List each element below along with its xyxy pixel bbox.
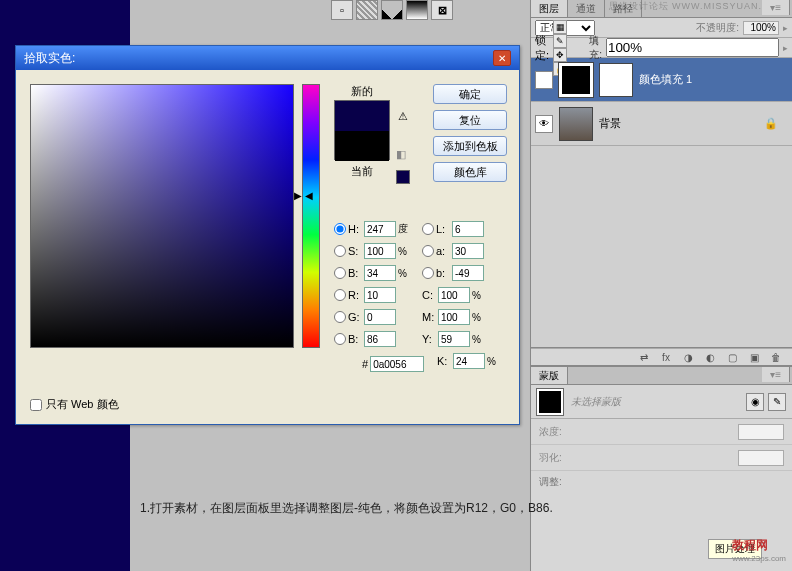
layer-list: 👁 颜色填充 1 👁 背景 🔒 (531, 58, 792, 348)
pixel-mask-icon[interactable]: ◉ (746, 393, 764, 411)
tutorial-caption: 1.打开素材，在图层面板里选择调整图层-纯色，将颜色设置为R12，G0，B86. (140, 500, 660, 517)
fill-input[interactable] (606, 38, 779, 57)
input-hex[interactable] (370, 356, 424, 372)
adjust-label: 调整: (539, 475, 562, 489)
radio-b[interactable] (334, 333, 346, 345)
chevron-icon[interactable]: ▸ (783, 43, 788, 53)
input-k[interactable] (453, 353, 485, 369)
radio-s[interactable] (334, 245, 346, 257)
preset-swatch[interactable]: ⊠ (431, 0, 453, 20)
label-a: a: (436, 245, 450, 257)
layer-name[interactable]: 背景 (599, 116, 621, 131)
input-y[interactable] (438, 331, 470, 347)
lock-position-icon[interactable]: ✥ (553, 48, 567, 62)
label-bb: B: (348, 267, 362, 279)
mask-thumb[interactable] (537, 389, 563, 415)
gradient-preset-row: ▫ ⊠ (331, 0, 511, 22)
label-c: C: (422, 289, 436, 301)
mask-placeholder: 未选择蒙版 (571, 395, 621, 409)
opacity-label: 不透明度: (696, 21, 739, 35)
mask-icon[interactable]: ◑ (680, 352, 696, 363)
dialog-titlebar[interactable]: 拾取实色: ✕ (16, 46, 519, 70)
chevron-icon[interactable]: ▸ (783, 23, 788, 33)
layer-thumb-mask[interactable] (599, 63, 633, 97)
hue-indicator: ▶ ◀ (294, 190, 313, 201)
preset-swatch[interactable]: ▫ (331, 0, 353, 20)
input-g[interactable] (364, 309, 396, 325)
lock-label: 锁定: (535, 33, 549, 63)
radio-bb[interactable] (334, 267, 346, 279)
adjustment-icon[interactable]: ◐ (702, 352, 718, 363)
preset-swatch[interactable] (381, 0, 403, 20)
trash-icon[interactable]: 🗑 (768, 352, 784, 363)
layer-item-background[interactable]: 👁 背景 🔒 (531, 102, 792, 146)
new-layer-icon[interactable]: ▣ (746, 352, 762, 363)
dialog-title: 拾取实色: (24, 50, 493, 67)
panel-menu-icon[interactable]: ▾≡ (762, 0, 790, 15)
label-y: Y: (422, 333, 436, 345)
color-preview (334, 100, 390, 160)
link-layers-icon[interactable]: ⇄ (636, 352, 652, 363)
label-lb: b: (436, 267, 450, 279)
tab-mask[interactable]: 蒙版 (531, 367, 568, 384)
input-bb[interactable] (364, 265, 396, 281)
radio-h[interactable] (334, 223, 346, 235)
layer-thumb-image[interactable] (559, 107, 593, 141)
layer-name[interactable]: 颜色填充 1 (639, 72, 692, 87)
color-lib-button[interactable]: 颜色库 (433, 162, 507, 182)
color-picker-dialog: 拾取实色: ✕ ▶ ◀ 新的 当前 ⚠ ◧ 确定 复位 添加到色板 颜色库 H:… (15, 45, 520, 425)
label-h: H: (348, 223, 362, 235)
gamut-warning-icon[interactable]: ⚠ (396, 110, 410, 124)
preset-swatch[interactable] (406, 0, 428, 20)
radio-a[interactable] (422, 245, 434, 257)
group-icon[interactable]: ▢ (724, 352, 740, 363)
opacity-input[interactable] (743, 21, 779, 35)
feather-slider[interactable] (738, 450, 784, 466)
new-color-swatch (335, 101, 389, 131)
color-field[interactable] (30, 84, 294, 348)
layer-thumb-fill[interactable] (559, 63, 593, 97)
new-color-label: 新的 (334, 84, 390, 99)
watermark-top: 思缘设计论坛 WWW.MISSYUAN.COM (609, 0, 787, 13)
web-only-label: 只有 Web 颜色 (46, 397, 119, 412)
websafe-swatch[interactable] (396, 170, 410, 184)
current-color-label: 当前 (334, 164, 390, 179)
ok-button[interactable]: 确定 (433, 84, 507, 104)
close-icon[interactable]: ✕ (493, 50, 511, 66)
current-color-swatch[interactable] (335, 131, 389, 161)
hue-slider[interactable] (302, 84, 320, 348)
fx-icon[interactable]: fx (658, 352, 674, 363)
web-only-input[interactable] (30, 399, 42, 411)
feather-label: 羽化: (539, 451, 562, 465)
radio-r[interactable] (334, 289, 346, 301)
input-l[interactable] (452, 221, 484, 237)
input-lb[interactable] (452, 265, 484, 281)
input-h[interactable] (364, 221, 396, 237)
panel-menu-icon[interactable]: ▾≡ (762, 367, 790, 382)
input-a[interactable] (452, 243, 484, 259)
tab-channels[interactable]: 通道 (568, 0, 605, 17)
label-k: K: (437, 355, 451, 367)
input-r[interactable] (364, 287, 396, 303)
websafe-warning-icon[interactable]: ◧ (396, 148, 410, 162)
reset-button[interactable]: 复位 (433, 110, 507, 130)
add-swatch-button[interactable]: 添加到色板 (433, 136, 507, 156)
layer-item-colorfill[interactable]: 👁 颜色填充 1 (531, 58, 792, 102)
radio-lb[interactable] (422, 267, 434, 279)
input-b[interactable] (364, 331, 396, 347)
web-only-checkbox[interactable]: 只有 Web 颜色 (30, 397, 119, 412)
visibility-eye-icon[interactable]: 👁 (535, 115, 553, 133)
vector-mask-icon[interactable]: ✎ (768, 393, 786, 411)
radio-l[interactable] (422, 223, 434, 235)
visibility-eye-icon[interactable]: 👁 (535, 71, 553, 89)
lock-pixels-icon[interactable]: ✎ (553, 34, 567, 48)
density-slider[interactable] (738, 424, 784, 440)
mask-panel: 蒙版 ▾≡ 未选择蒙版 ◉ ✎ 浓度: 羽化: 调整: (531, 366, 792, 493)
input-c[interactable] (438, 287, 470, 303)
preset-swatch[interactable] (356, 0, 378, 20)
input-m[interactable] (438, 309, 470, 325)
input-s[interactable] (364, 243, 396, 259)
lock-transparent-icon[interactable]: ▦ (553, 20, 567, 34)
radio-g[interactable] (334, 311, 346, 323)
tab-layers[interactable]: 图层 (531, 0, 568, 17)
